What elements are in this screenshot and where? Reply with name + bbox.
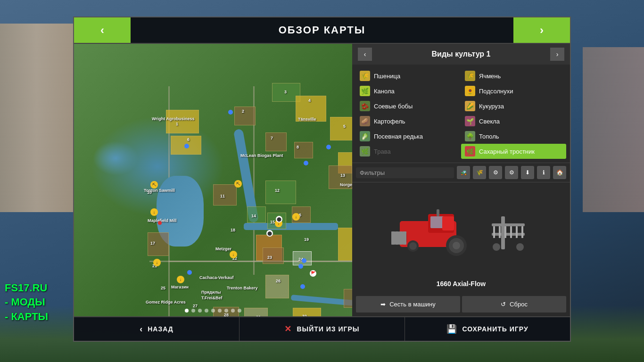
svg-rect-4: [391, 231, 395, 245]
map-icon-mine: ⛏: [234, 180, 242, 188]
exit-label: ВЫЙТИ ИЗ ИГРЫ: [297, 325, 359, 333]
map-road-h2: [149, 261, 352, 262]
filter-btn-download[interactable]: ⬇: [521, 166, 534, 179]
crop-potato[interactable]: 🥔 Картофель: [356, 114, 461, 129]
svg-rect-21: [510, 226, 512, 238]
map-num-29: 29: [256, 315, 261, 316]
map-field-12: [265, 181, 296, 204]
map-icon-tonton: ⛏: [150, 181, 158, 189]
crop-name-sugarcane: Сахарный тростник: [479, 148, 535, 155]
crop-icon-potato: 🥔: [360, 116, 370, 126]
dot-9: [238, 309, 241, 313]
watermark: FS17.RU - МОДЫ - КАРТЫ: [5, 281, 48, 324]
dot-2: [191, 309, 195, 313]
map-num-26: 26: [276, 279, 281, 283]
crop-name-barley: Ячмень: [479, 73, 501, 80]
map-field-23: [263, 247, 284, 264]
prev-map-button[interactable]: ‹: [74, 17, 131, 43]
map-field-7: [265, 132, 287, 151]
dot-6: [218, 309, 222, 313]
bg-building-right: [583, 47, 644, 212]
crop-name-beet: Свекла: [479, 118, 500, 125]
crop-sugarcane[interactable]: 🌿 Сахарный тростник: [461, 144, 566, 159]
map-num-5: 5: [343, 124, 346, 129]
dot-4: [205, 309, 208, 313]
svg-rect-7: [403, 231, 406, 245]
map-num-11: 11: [220, 194, 225, 198]
crop-canola[interactable]: 🌿 Канола: [356, 83, 461, 99]
dot-indicator: [185, 309, 241, 313]
back-button[interactable]: ‹ НАЗАД: [74, 317, 239, 341]
svg-point-25: [516, 243, 524, 251]
filter-btn-home[interactable]: 🏠: [553, 166, 566, 179]
map-area: Wright Agrobusiness McLean Biogas Plant …: [74, 44, 352, 316]
map-num-14: 14: [251, 214, 256, 218]
filter-label: Фильтры: [356, 167, 454, 178]
map-dot-11: [187, 270, 192, 275]
combine-harvester-svg: [390, 207, 475, 259]
svg-rect-17: [492, 233, 525, 236]
save-button[interactable]: 💾 СОХРАНИТЬ ИГРУ: [405, 317, 570, 341]
crop-icon-soy: 🫘: [360, 101, 370, 111]
panel-title: Виды культур 1: [376, 50, 546, 58]
map-dot-8: [300, 284, 305, 289]
board-label: Сесть в машину: [389, 301, 436, 308]
crop-name-poplar: Тополь: [479, 133, 499, 140]
filter-row: Фильтры 🚜 🌾 ⚙ ⚙ ⬇ ℹ 🏠: [352, 163, 570, 182]
filter-btn-gear1[interactable]: ⚙: [489, 166, 502, 179]
crop-icon-sunflower: 🌻: [465, 86, 475, 96]
exit-icon: ✕: [284, 324, 292, 334]
map-num-7: 7: [271, 136, 273, 140]
map-num-19: 19: [304, 237, 309, 242]
map-num-28: 28: [224, 313, 229, 316]
crop-name-radish: Посевная редька: [374, 133, 423, 140]
reset-label: Сброс: [510, 301, 528, 308]
dot-1: [185, 309, 189, 313]
crop-poplar[interactable]: 🌳 Тополь: [461, 129, 566, 144]
svg-rect-23: [521, 226, 523, 238]
crop-icon-beet: 🌱: [465, 116, 475, 126]
crop-grass[interactable]: 🌿 Трава: [356, 144, 461, 159]
crop-name-corn: Кукуруза: [479, 103, 504, 110]
crop-corn[interactable]: 🌽 Кукуруза: [461, 99, 566, 114]
crop-soy[interactable]: 🫘 Соевые бобы: [356, 99, 461, 114]
reset-button[interactable]: ↺ Сброс: [462, 296, 566, 313]
dot-3: [198, 309, 202, 313]
filter-btn-crop[interactable]: 🌾: [473, 166, 486, 179]
machine-area: 1660 Axial-Flow: [352, 182, 570, 292]
panel-next-button[interactable]: ›: [550, 48, 564, 61]
crop-barley[interactable]: 🌾 Ячмень: [461, 68, 566, 83]
bottom-bar: ‹ НАЗАД ✕ ВЫЙТИ ИЗ ИГРЫ 💾 СОХРАНИТЬ ИГРУ: [74, 316, 570, 341]
crop-wheat[interactable]: 🌾 Пшеница: [356, 68, 461, 83]
svg-rect-19: [499, 226, 501, 238]
map-dot-5: [304, 161, 308, 165]
svg-rect-22: [516, 226, 518, 238]
crop-name-canola: Канола: [374, 88, 395, 95]
map-field-20: [338, 228, 352, 261]
filter-btn-info[interactable]: ℹ: [537, 166, 550, 179]
svg-rect-14: [442, 216, 454, 230]
svg-point-24: [493, 243, 500, 251]
next-map-button[interactable]: ›: [513, 17, 570, 43]
exit-button[interactable]: ✕ ВЫЙТИ ИЗ ИГРЫ: [239, 317, 405, 341]
crop-name-potato: Картофель: [374, 118, 405, 125]
map-num-17: 17: [150, 241, 155, 246]
crop-icon-canola: 🌿: [360, 86, 370, 96]
reset-icon: ↺: [501, 301, 506, 308]
crop-icon-wheat: 🌾: [360, 71, 370, 81]
crop-beet[interactable]: 🌱 Свекла: [461, 114, 566, 129]
filter-btn-tractor[interactable]: 🚜: [457, 166, 470, 179]
back-label: НАЗАД: [148, 325, 173, 333]
crop-radish[interactable]: 🥬 Посевная редька: [356, 129, 461, 144]
board-button[interactable]: ➡ Сесть в машину: [356, 296, 460, 313]
crop-sunflower[interactable]: 🌻 Подсолнухи: [461, 83, 566, 99]
map-dot-1: [228, 110, 233, 115]
map-num-25: 25: [161, 286, 165, 290]
crop-icon-poplar: 🌳: [465, 131, 475, 141]
panel-prev-button[interactable]: ‹: [358, 48, 372, 61]
dot-5: [211, 309, 215, 313]
map-num-10: 10: [147, 190, 152, 195]
map-red-marker: [158, 221, 162, 225]
map-num-30: 30: [302, 314, 307, 316]
filter-btn-gear2[interactable]: ⚙: [505, 166, 518, 179]
